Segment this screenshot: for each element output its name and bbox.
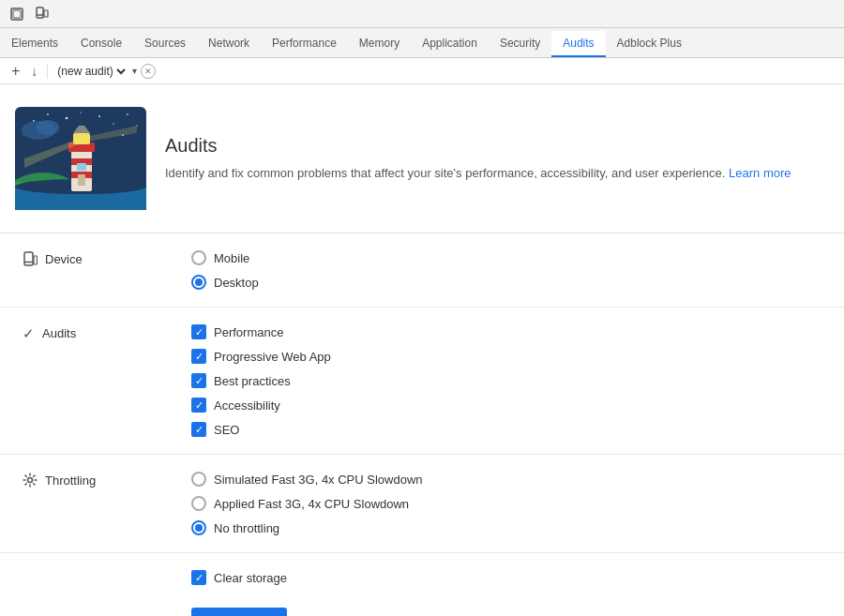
- device-mobile-label: Mobile: [214, 251, 249, 265]
- device-section: Device Mobile Desktop: [0, 233, 844, 308]
- throttling-applied-option[interactable]: Applied Fast 3G, 4x CPU Slowdown: [191, 496, 821, 511]
- audit-pwa-label: Progressive Web App: [214, 350, 331, 364]
- checkmark-icon: ✓: [23, 325, 35, 342]
- tab-sources[interactable]: Sources: [133, 31, 197, 57]
- gear-icon: [23, 473, 38, 491]
- audit-selector[interactable]: (new audit): [53, 64, 128, 79]
- device-mobile-option[interactable]: Mobile: [191, 250, 821, 265]
- plus-icon: +: [11, 64, 20, 79]
- clear-storage-label: Clear storage: [214, 571, 287, 585]
- lighthouse-illustration: [15, 107, 146, 210]
- tab-adblock[interactable]: Adblock Plus: [606, 31, 693, 57]
- svg-point-11: [113, 123, 114, 125]
- throttling-label: Throttling: [23, 472, 191, 491]
- learn-more-link[interactable]: Learn more: [729, 166, 791, 180]
- chevron-down-icon: ▾: [132, 66, 137, 76]
- download-audit-btn[interactable]: ↓: [27, 62, 41, 81]
- device-desktop-label: Desktop: [214, 276, 259, 290]
- tab-security[interactable]: Security: [489, 31, 551, 57]
- audit-best-practices-checkbox[interactable]: ✓: [191, 373, 206, 388]
- device-label: Device: [23, 250, 191, 272]
- audits-section: ✓ Audits ✓ Performance ✓ Progressive Web…: [0, 308, 844, 455]
- svg-point-9: [80, 112, 82, 113]
- svg-rect-30: [78, 174, 85, 186]
- add-audit-btn[interactable]: +: [8, 62, 23, 81]
- audit-accessibility-label: Accessibility: [214, 398, 280, 413]
- clear-storage-checkbox[interactable]: ✓: [191, 570, 206, 585]
- audit-performance-checkbox[interactable]: ✓: [191, 324, 206, 339]
- tab-audits[interactable]: Audits: [551, 31, 605, 57]
- svg-point-7: [47, 113, 49, 115]
- device-options: Mobile Desktop: [191, 250, 821, 290]
- device-icon: [34, 7, 49, 22]
- svg-point-35: [28, 478, 33, 483]
- device-desktop-option[interactable]: Desktop: [191, 275, 821, 290]
- audit-pwa-option[interactable]: ✓ Progressive Web App: [191, 349, 821, 364]
- clear-storage-option[interactable]: ✓ Clear storage: [191, 570, 821, 585]
- tab-application[interactable]: Application: [411, 31, 489, 57]
- audit-accessibility-option[interactable]: ✓ Accessibility: [191, 398, 821, 413]
- audit-seo-label: SEO: [214, 423, 239, 437]
- download-icon: ↓: [31, 64, 38, 79]
- device-desktop-radio[interactable]: [191, 275, 206, 290]
- audit-performance-label: Performance: [214, 325, 283, 339]
- hero-description: Identify and fix common problems that af…: [165, 164, 791, 183]
- main-content: Audits Identify and fix common problems …: [0, 84, 844, 616]
- storage-options: ✓ Clear storage Run audits: [191, 570, 821, 616]
- throttling-applied-label: Applied Fast 3G, 4x CPU Slowdown: [214, 497, 409, 511]
- device-mobile-radio[interactable]: [191, 250, 206, 265]
- tab-performance[interactable]: Performance: [261, 31, 348, 57]
- x-icon: ✕: [144, 67, 152, 76]
- throttling-none-radio[interactable]: [191, 520, 206, 535]
- audit-seo-option[interactable]: ✓ SEO: [191, 422, 821, 437]
- audit-pwa-checkbox[interactable]: ✓: [191, 349, 206, 364]
- tab-network[interactable]: Network: [197, 31, 261, 57]
- device-section-icon: [23, 251, 38, 272]
- throttling-section: Throttling Simulated Fast 3G, 4x CPU Slo…: [0, 455, 844, 553]
- audit-performance-option[interactable]: ✓ Performance: [191, 324, 821, 339]
- audits-options: ✓ Performance ✓ Progressive Web App ✓ Be…: [191, 324, 821, 437]
- svg-point-8: [66, 117, 68, 119]
- svg-rect-31: [77, 163, 86, 171]
- cursor-icon: [9, 7, 24, 22]
- cursor-icon-btn[interactable]: [6, 3, 28, 25]
- tab-memory[interactable]: Memory: [348, 31, 411, 57]
- page-title: Audits: [165, 135, 791, 157]
- audits-label: ✓ Audits: [23, 324, 191, 342]
- devtools-icon-bar: [0, 0, 844, 28]
- tab-console[interactable]: Console: [69, 31, 133, 57]
- throttling-applied-radio[interactable]: [191, 496, 206, 511]
- throttling-options: Simulated Fast 3G, 4x CPU Slowdown Appli…: [191, 472, 821, 535]
- smartphone-icon: [23, 251, 38, 268]
- throttling-section-label: Throttling: [45, 473, 96, 488]
- throttling-simulated-option[interactable]: Simulated Fast 3G, 4x CPU Slowdown: [191, 472, 821, 487]
- throttling-none-label: No throttling: [214, 521, 279, 535]
- run-audits-button[interactable]: Run audits: [191, 608, 287, 616]
- audit-best-practices-label: Best practices: [214, 374, 291, 388]
- audit-seo-checkbox[interactable]: ✓: [191, 422, 206, 437]
- svg-point-12: [127, 113, 128, 115]
- svg-rect-1: [13, 10, 21, 18]
- svg-rect-4: [44, 10, 48, 17]
- clear-audit-btn[interactable]: ✕: [141, 64, 156, 79]
- svg-rect-34: [34, 256, 38, 264]
- storage-label-area: [23, 570, 191, 572]
- audit-best-practices-option[interactable]: ✓ Best practices: [191, 373, 821, 388]
- tab-elements[interactable]: Elements: [0, 31, 69, 57]
- hero-text: Audits Identify and fix common problems …: [165, 135, 791, 183]
- storage-section: ✓ Clear storage Run audits: [0, 553, 844, 616]
- svg-rect-2: [37, 8, 43, 18]
- run-button-container: Run audits: [191, 602, 821, 616]
- toolbar-separator: [47, 64, 48, 79]
- device-section-label: Device: [45, 252, 83, 266]
- throttling-none-option[interactable]: No throttling: [191, 520, 821, 535]
- audits-section-label: Audits: [42, 326, 76, 340]
- device-icon-btn[interactable]: [30, 3, 53, 25]
- throttling-simulated-radio[interactable]: [191, 472, 206, 487]
- lighthouse-svg: [15, 107, 146, 210]
- svg-point-10: [98, 115, 100, 117]
- audit-accessibility-checkbox[interactable]: ✓: [191, 398, 206, 413]
- tab-bar: Elements Console Sources Network Perform…: [0, 28, 844, 58]
- audit-select-dropdown[interactable]: (new audit): [53, 64, 128, 79]
- svg-point-17: [37, 120, 59, 135]
